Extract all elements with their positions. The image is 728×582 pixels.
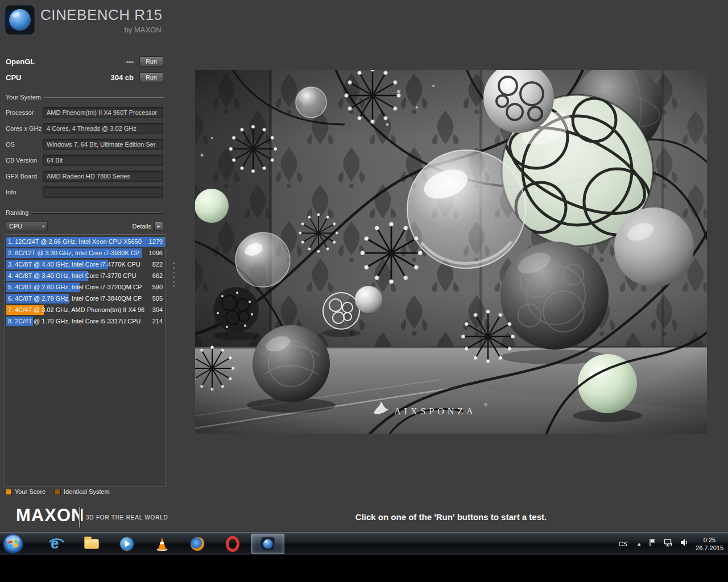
cb-version-field[interactable]: 64 Bit xyxy=(43,155,163,166)
cinebench-logo-icon xyxy=(5,5,35,35)
system-field-row: CB Version 64 Bit xyxy=(6,155,163,166)
opera-icon xyxy=(225,536,241,552)
ranking-row-label: 7. 4C/4T @ 3.02 GHz, AMD Phenom(tm) II X… xyxy=(8,306,144,313)
ranking-row[interactable]: 4. 4C/8T @ 3.40 GHz, Intel Core i7-3770 … xyxy=(6,271,164,282)
ranking-row[interactable]: 6. 4C/8T @ 2.79 GHz, Intel Core i7-3840Q… xyxy=(6,293,164,305)
os-field[interactable]: Windows 7, 64 Bit, Ultimate Edition Ser xyxy=(43,139,163,150)
cb-version-value: 64 Bit xyxy=(47,157,63,164)
gfx-board-field[interactable]: AMD Radeon HD 7800 Series xyxy=(43,171,163,182)
ranking-row[interactable]: 2. 6C/12T @ 3.30 GHz, Intel Core i7-3930… xyxy=(6,248,164,259)
gfx-board-label: GFX Board xyxy=(6,173,43,180)
cpu-score: 304 cb xyxy=(111,73,134,82)
action-center-flag-icon[interactable] xyxy=(648,538,657,549)
chevron-right-icon: ▸ xyxy=(158,223,160,229)
cpu-label: CPU xyxy=(6,73,111,82)
ranking-row-your-score[interactable]: 7. 4C/4T @ 3.02 GHz, AMD Phenom(tm) II X… xyxy=(6,305,164,316)
info-field[interactable] xyxy=(43,186,163,198)
system-field-row: GFX Board AMD Radeon HD 7800 Series xyxy=(6,171,163,182)
folder-icon xyxy=(84,539,99,549)
system-field-row: Cores x GHz 4 Cores, 4 Threads @ 3.02 GH… xyxy=(6,123,163,134)
taskbar-cinebench[interactable] xyxy=(251,534,284,554)
opengl-benchmark-row: OpenGL --- Run xyxy=(6,56,163,67)
screen-letterbox xyxy=(0,555,728,582)
ranking-row-label: 8. 2C/4T @ 1.70 GHz, Intel Core i5-3317U… xyxy=(8,318,141,325)
system-field-row: Info xyxy=(6,186,163,198)
taskbar-firefox[interactable] xyxy=(181,534,214,554)
ranking-row-label: 3. 4C/8T @ 4.40 GHz, Intel Core i7-4770K… xyxy=(8,261,140,268)
ranking-row-score: 590 xyxy=(152,284,163,290)
ranking-filter-dropdown[interactable]: CPU ▾ xyxy=(6,221,48,231)
gfx-board-value: AMD Radeon HD 7800 Series xyxy=(47,173,130,180)
clock-time: 0:25 xyxy=(696,536,723,544)
app-footer: MAXON 3D FOR THE REAL WORLD Click on one… xyxy=(0,502,728,532)
ranking-row[interactable]: 1. 12C/24T @ 2.66 GHz, Intel Xeon CPU X5… xyxy=(6,236,164,248)
processor-field[interactable]: AMD Phenom(tm) II X4 960T Processor xyxy=(43,107,163,118)
your-score-swatch xyxy=(6,489,12,495)
ranking-row-label: 6. 4C/8T @ 2.79 GHz, Intel Core i7-3840Q… xyxy=(8,295,142,302)
ranking-list: 1. 12C/24T @ 2.66 GHz, Intel Xeon CPU X5… xyxy=(5,234,166,487)
ranking-row-label: 1. 12C/24T @ 2.66 GHz, Intel Xeon CPU X5… xyxy=(8,238,142,245)
render-scene: AIXSPONZA ® xyxy=(195,70,707,434)
maxon-logo: MAXON xyxy=(16,505,84,526)
ranking-row-score: 505 xyxy=(152,295,163,302)
ranking-legend: Your Score Identical System xyxy=(6,488,110,495)
ranking-row-label: 2. 6C/12T @ 3.30 GHz, Intel Core i7-3930… xyxy=(8,250,139,256)
system-tray: CS ▲ 0 xyxy=(617,533,723,555)
render-viewport: AIXSPONZA ® xyxy=(195,70,707,434)
start-button[interactable] xyxy=(2,533,24,555)
volume-icon[interactable] xyxy=(680,538,689,549)
identical-system-swatch xyxy=(55,489,61,495)
clock-date: 26.7.2015 xyxy=(696,544,723,552)
app-subtitle: by MAXON xyxy=(40,26,163,34)
ranking-row[interactable]: 3. 4C/8T @ 4.40 GHz, Intel Core i7-4770K… xyxy=(6,259,164,271)
system-field-row: Processor AMD Phenom(tm) II X4 960T Proc… xyxy=(6,107,163,118)
cb-version-label: CB Version xyxy=(6,157,43,164)
cores-ghz-label: Cores x GHz xyxy=(6,125,43,132)
ranking-row-label: 4. 4C/8T @ 3.40 GHz, Intel Core i7-3770 … xyxy=(8,272,136,279)
cores-ghz-value: 4 Cores, 4 Threads @ 3.02 GHz xyxy=(47,125,136,132)
app-logo: CINEBENCH R15 by MAXON xyxy=(5,5,163,35)
opengl-score: --- xyxy=(126,57,134,66)
taskbar-clock[interactable]: 0:25 26.7.2015 xyxy=(696,536,723,552)
ranking-row-score: 214 xyxy=(152,318,163,325)
cinebench-taskbar-icon xyxy=(260,536,276,552)
cores-ghz-field[interactable]: 4 Cores, 4 Threads @ 3.02 GHz xyxy=(43,123,163,134)
footer-divider xyxy=(79,507,80,527)
media-player-icon xyxy=(119,536,135,552)
internet-explorer-icon: e xyxy=(48,536,64,552)
details-label: Details xyxy=(132,223,151,230)
windows-logo-icon xyxy=(2,533,24,555)
show-hidden-icons-button[interactable]: ▲ xyxy=(636,541,642,547)
details-button[interactable]: ▸ xyxy=(154,222,163,231)
network-icon[interactable] xyxy=(664,538,673,549)
legend-your-score: Your Score xyxy=(6,488,46,495)
ranking-row-score: 662 xyxy=(152,272,163,279)
taskbar-pinned-apps: e xyxy=(40,533,287,555)
your-system-section-label: Your System xyxy=(6,94,41,101)
legend-identical-system: Identical System xyxy=(55,488,110,495)
taskbar-opera[interactable] xyxy=(216,534,249,554)
ranking-row-score: 1279 xyxy=(149,238,163,245)
taskbar-internet-explorer[interactable]: e xyxy=(40,534,73,554)
cpu-benchmark-row: CPU 304 cb Run xyxy=(6,72,163,83)
firefox-icon xyxy=(189,536,205,552)
taskbar-windows-explorer[interactable] xyxy=(75,534,108,554)
windows-taskbar: e xyxy=(0,532,728,555)
your-score-legend-label: Your Score xyxy=(15,488,46,495)
taskbar-media-player[interactable] xyxy=(110,534,143,554)
os-value: Windows 7, 64 Bit, Ultimate Edition Ser xyxy=(47,141,155,148)
ranking-row[interactable]: 8. 2C/4T @ 1.70 GHz, Intel Core i5-3317U… xyxy=(6,316,164,327)
processor-value: AMD Phenom(tm) II X4 960T Processor xyxy=(47,109,157,116)
system-field-row: OS Windows 7, 64 Bit, Ultimate Edition S… xyxy=(6,139,163,150)
panel-splitter-handle[interactable] xyxy=(172,263,175,290)
ranking-row[interactable]: 5. 4C/8T @ 2.60 GHz, Intel Core i7-3720Q… xyxy=(6,282,164,293)
opengl-run-button[interactable]: Run xyxy=(139,56,163,66)
app-title: CINEBENCH R15 xyxy=(40,6,163,24)
status-message: Click on one of the 'Run' buttons to sta… xyxy=(195,512,707,522)
vlc-cone-icon xyxy=(154,536,170,552)
taskbar-vlc[interactable] xyxy=(146,534,179,554)
cpu-run-button[interactable]: Run xyxy=(139,72,163,82)
cinebench-side-panel: CINEBENCH R15 by MAXON OpenGL --- Run CP… xyxy=(0,0,168,502)
language-indicator[interactable]: CS xyxy=(617,539,630,548)
panel-divider xyxy=(168,0,169,502)
